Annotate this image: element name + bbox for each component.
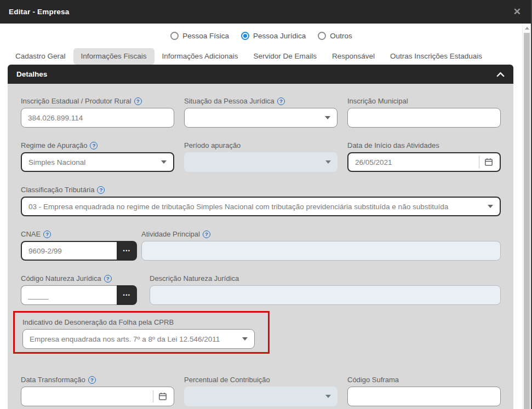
detalhes-body: Inscrição Estadual / Produtor Rural ? Si… (8, 84, 513, 409)
field-label: Indicativo de Desoneração da Folha pela … (22, 318, 174, 327)
field-label: Código Natureza Jurídica (21, 274, 101, 283)
close-icon[interactable]: ✕ (513, 7, 521, 16)
descricao-natureza-juridica-input (157, 291, 494, 299)
field-situacao-pessoa-juridica: Situação da Pessoa Jurídica ? (184, 97, 337, 128)
cnae-lookup-button[interactable]: ••• (117, 241, 137, 261)
calendar-icon[interactable] (158, 392, 167, 401)
field-regime-apuracao: Regime de Apuração ? Simples Nacional (21, 141, 174, 172)
info-icon[interactable]: ? (104, 275, 112, 283)
person-type-group: Pessoa Física Pessoa Jurídica Outros (0, 24, 532, 48)
data-transformacao-input[interactable] (28, 393, 151, 401)
field-atividade-principal: Atividade Principal ? (141, 230, 501, 261)
natureza-juridica-lookup-button[interactable]: ••• (117, 285, 137, 305)
field-percentual-contribuicao: Percentual de Contribuição (184, 376, 337, 406)
field-label: Data de Início das Atividades (347, 141, 439, 150)
radio-label: Pessoa Jurídica (253, 32, 306, 40)
field-data-transformacao: Data Transformação ? (21, 376, 174, 406)
field-label: Classificação Tributária (21, 186, 94, 194)
collapse-section-button[interactable] (496, 70, 505, 79)
classificacao-tributaria-select[interactable]: 03 - Empresa enquadrada no regime de tri… (21, 197, 501, 216)
chevron-down-icon (325, 160, 331, 164)
chevron-up-icon (496, 70, 505, 79)
form-row: Inscrição Estadual / Produtor Rural ? Si… (21, 97, 513, 128)
codigo-natureza-juridica-input[interactable] (28, 291, 110, 299)
periodo-apuracao-select (184, 152, 337, 172)
info-icon[interactable]: ? (134, 97, 142, 105)
field-label: Inscrição Municipal (347, 97, 408, 106)
modal-header: Editar - Empresa ✕ (0, 0, 532, 24)
field-label: Data Transformação (21, 376, 85, 384)
field-label: Código Suframa (347, 376, 399, 384)
inscricao-municipal-input[interactable] (354, 114, 494, 122)
modal-title: Editar - Empresa (9, 8, 70, 16)
field-inscricao-estadual: Inscrição Estadual / Produtor Rural ? (21, 97, 174, 128)
field-label: Período apuração (184, 141, 241, 150)
indicativo-desoneracao-select[interactable]: Empresa enquadrada nos arts. 7º a 8º da … (22, 329, 255, 349)
radio-unchecked-icon (318, 32, 326, 40)
field-codigo-suframa: Código Suframa (347, 376, 501, 406)
tab-outras-inscricoes-estaduais[interactable]: Outras Inscrições Estaduais (382, 48, 490, 65)
field-codigo-natureza-juridica: Código Natureza Jurídica ? ••• (21, 274, 137, 305)
field-data-inicio-atividades: Data de Início das Atividades (347, 141, 501, 172)
percentual-contribuicao-select (184, 387, 337, 406)
tab-informacoes-adicionais[interactable]: Informações Adicionais (155, 48, 246, 65)
field-cnae: CNAE ? ••• (21, 230, 137, 261)
field-label: Situação da Pessoa Jurídica (184, 97, 274, 106)
atividade-principal-input (148, 247, 494, 255)
field-periodo-apuracao: Período apuração (184, 141, 337, 172)
radio-outros[interactable]: Outros (318, 32, 352, 40)
form-row: Data Transformação ? (21, 376, 513, 406)
section-title: Detalhes (16, 70, 47, 78)
info-icon[interactable]: ? (97, 186, 105, 194)
chevron-down-icon (242, 337, 248, 341)
chevron-down-icon (488, 205, 493, 208)
vertical-scrollbar[interactable] (522, 24, 531, 409)
radio-unchecked-icon (170, 32, 179, 40)
field-label: Descrição Natureza Jurídica (150, 274, 239, 283)
detalhes-section: Detalhes Inscrição Estadual / Produtor R… (8, 65, 513, 409)
tab-cadastro-geral[interactable]: Cadastro Geral (8, 48, 73, 65)
info-icon[interactable]: ? (88, 376, 96, 384)
inscricao-estadual-input[interactable] (28, 114, 167, 122)
calendar-icon[interactable] (484, 158, 493, 166)
cnae-input[interactable] (28, 247, 110, 255)
tab-servidor-de-emails[interactable]: Servidor De Emails (245, 48, 324, 65)
chevron-down-icon (325, 395, 331, 398)
form-row: Classificação Tributária ? 03 - Empresa … (21, 186, 513, 216)
detalhes-header: Detalhes (8, 65, 513, 84)
field-label: Inscrição Estadual / Produtor Rural (21, 97, 131, 106)
regime-apuracao-select[interactable]: Simples Nacional (21, 152, 174, 172)
situacao-pessoa-juridica-select[interactable] (184, 108, 337, 128)
radio-label: Outros (330, 32, 352, 40)
field-classificacao-tributaria: Classificação Tributária ? 03 - Empresa … (21, 186, 501, 216)
field-descricao-natureza-juridica: Descrição Natureza Jurídica (150, 274, 501, 305)
field-indicativo-desoneracao: Indicativo de Desoneração da Folha pela … (22, 318, 268, 349)
form-row: CNAE ? ••• Atividade Principal ? (21, 230, 513, 261)
info-icon[interactable]: ? (90, 142, 98, 149)
select-value: Simples Nacional (28, 158, 90, 166)
data-inicio-atividades-input[interactable] (355, 158, 477, 166)
field-label: Regime de Apuração (21, 141, 87, 150)
field-label: CNAE (21, 230, 41, 239)
tab-bar: Cadastro Geral Informações Fiscais Infor… (8, 48, 532, 65)
info-icon[interactable]: ? (277, 97, 285, 105)
chevron-down-icon (325, 116, 330, 119)
tab-responsavel[interactable]: Responsável (324, 48, 382, 65)
field-inscricao-municipal: Inscrição Municipal (347, 97, 501, 128)
radio-pessoa-fisica[interactable]: Pessoa Física (170, 32, 229, 40)
info-icon[interactable]: ? (203, 231, 210, 238)
tab-informacoes-fiscais[interactable]: Informações Fiscais (73, 48, 155, 65)
form-row: Código Natureza Jurídica ? ••• Descrição… (21, 274, 513, 305)
field-label: Percentual de Contribuição (184, 376, 270, 384)
form-row: Regime de Apuração ? Simples Nacional Pe… (21, 141, 513, 172)
info-icon[interactable]: ? (43, 231, 51, 238)
scrollbar-thumb[interactable] (524, 33, 530, 409)
field-label: Atividade Principal (141, 230, 200, 239)
highlight-annotation-box: Indicativo de Desoneração da Folha pela … (13, 311, 270, 354)
codigo-suframa-input[interactable] (354, 393, 494, 401)
triangle-up-icon (525, 27, 529, 30)
radio-pessoa-juridica[interactable]: Pessoa Jurídica (241, 32, 306, 40)
radio-checked-icon (241, 32, 249, 40)
select-value: Empresa enquadrada nos arts. 7º a 8º da … (30, 335, 224, 343)
scroll-up-button[interactable] (523, 24, 531, 32)
